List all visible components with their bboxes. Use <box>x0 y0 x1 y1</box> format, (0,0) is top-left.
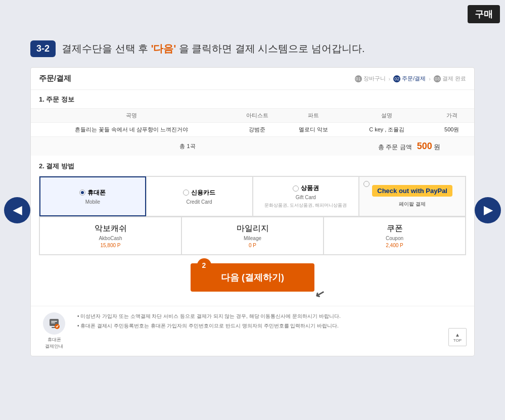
step-description: 결제수단을 선택 후 '다음' 을 클릭하면 결제 시스템으로 넘어갑니다. <box>62 42 365 56</box>
notice-line1: 미성년자 가입자 또는 소액결제 차단 서비스 등으로 결제가 되지 않는 경우… <box>77 312 341 320</box>
payment-credit[interactable]: 신용카드 Credit Card <box>146 176 253 216</box>
gift-sub2: 문화상품권, 도서상품권, 해피머니상품권 <box>264 202 347 209</box>
order-header: 주문/결제 01 장바구니 › 02 주문/결제 › 03 결제 완료 <box>31 68 474 90</box>
step-desc-after: 을 클릭하면 결제 시스템으로 넘어갑니다. <box>176 43 364 54</box>
next-btn-area: 2 다음 (결제하기) ↙ <box>39 255 466 300</box>
radio-credit <box>183 190 189 196</box>
coupon-points: 2,400 P <box>386 243 403 248</box>
payment-akbo[interactable]: 악보캐쉬 AkboCash 15,800 P <box>39 217 181 255</box>
notice-icon-area: 휴대폰결제안내 <box>39 312 69 350</box>
order-info-title: 1. 주문 정보 <box>31 90 474 109</box>
left-arrow-icon: ◀ <box>13 204 22 217</box>
payment-grid-row2: 악보캐쉬 AkboCash 15,800 P 마일리지 Mileage 0 P <box>39 217 466 255</box>
prev-nav-arrow[interactable]: ◀ <box>4 197 30 223</box>
svg-rect-2 <box>51 321 57 322</box>
payment-mobile[interactable]: 휴대폰 Mobile <box>39 176 146 216</box>
order-box: 주문/결제 01 장바구니 › 02 주문/결제 › 03 결제 완료 1. 주… <box>30 67 475 356</box>
col-song: 곡명 <box>31 109 232 123</box>
payment-mileage[interactable]: 마일리지 Mileage 0 P <box>181 217 324 255</box>
total-amount: 총 주문 금액 500 원 <box>344 137 474 156</box>
mileage-points: 0 P <box>249 243 256 248</box>
cell-desc: C key , 조율김 <box>344 123 429 137</box>
payment-grid-row1: 휴대폰 Mobile 신용카드 Credit Card 상품권 <box>39 176 466 217</box>
step-heading: 3-2 결제수단을 선택 후 '다음' 을 클릭하면 결제 시스템으로 넘어갑니… <box>30 40 475 57</box>
payment-coupon[interactable]: 쿠폰 Coupon 2,400 P <box>324 217 466 255</box>
total-price-unit: 원 <box>434 143 440 151</box>
step-desc-before: 결제수단을 선택 후 <box>62 43 151 54</box>
gift-label: 상품권 <box>301 184 319 193</box>
notice-icon-label: 휴대폰결제안내 <box>45 337 63 350</box>
akbo-label: 악보캐쉬 <box>95 224 127 232</box>
total-price-label: 총 주문 금액 <box>378 144 412 151</box>
credit-label: 신용카드 <box>191 189 215 197</box>
breadcrumb-step3: 03 결제 완료 <box>434 75 466 82</box>
next-button-label: 다음 (결제하기) <box>221 272 284 283</box>
credit-sub: Credit Card <box>187 199 212 205</box>
payment-paypal[interactable]: Check out with PayPal 페이팔 결제 <box>359 176 466 216</box>
total-price-value: 500 <box>417 141 432 151</box>
order-table: 곡명 아티스트 파트 설명 가격 흔들리는 꽃들 속에서 네 샴푸향이 느껴진거… <box>31 109 474 156</box>
paypal-label: 페이팔 결제 <box>399 201 426 208</box>
col-part: 파트 <box>282 109 344 123</box>
radio-mobile <box>79 190 85 196</box>
payment-section-title: 2. 결제 방법 <box>39 162 466 171</box>
right-arrow-icon: ▶ <box>484 204 492 217</box>
col-desc: 설명 <box>344 109 429 123</box>
col-artist: 아티스트 <box>232 109 282 123</box>
step-num-indicator: 2 <box>197 258 211 272</box>
payment-section: 2. 결제 방법 휴대폰 Mobile 신용카드 C <box>31 156 474 306</box>
mileage-sub: Mileage <box>244 236 261 241</box>
coupon-label: 쿠폰 <box>387 224 403 232</box>
breadcrumb-step2: 02 주문/결제 <box>393 75 426 82</box>
step-highlight: '다음' <box>151 43 176 54</box>
cell-song: 흔들리는 꽃들 속에서 네 샴푸향이 느껴진거야 <box>31 123 232 137</box>
total-label: 총 1곡 <box>31 137 344 156</box>
cell-part: 멜로디 악보 <box>282 123 344 137</box>
breadcrumb-step1: 01 장바구니 <box>355 75 386 82</box>
svg-rect-3 <box>51 322 55 323</box>
notice-line2: 휴대폰 결제시 주민등록번호는 휴대폰 가입자의 주민번호이므로 반드시 명의자… <box>77 322 341 330</box>
gift-sub: Gift Card <box>296 195 316 200</box>
next-nav-arrow[interactable]: ▶ <box>475 197 501 223</box>
top-label: TOP <box>453 338 462 343</box>
step-badge: 3-2 <box>30 40 56 57</box>
main-content: 3-2 결제수단을 선택 후 '다음' 을 클릭하면 결제 시스템으로 넘어갑니… <box>30 40 475 356</box>
order-title: 주문/결제 <box>39 74 71 83</box>
akbo-points: 15,800 P <box>100 243 120 248</box>
akbo-sub: AkboCash <box>99 236 122 241</box>
top-arrow-icon: ▲ <box>455 332 460 338</box>
top-purchase-badge: 구매 <box>468 5 500 23</box>
notice-section: 휴대폰결제안내 미성년자 가입자 또는 소액결제 차단 서비스 등으로 결제가 … <box>31 306 474 356</box>
mobile-sub: Mobile <box>85 199 100 205</box>
breadcrumb: 01 장바구니 › 02 주문/결제 › 03 결제 완료 <box>355 75 466 82</box>
radio-gift <box>293 185 299 192</box>
radio-paypal <box>363 181 370 187</box>
payment-gift[interactable]: 상품권 Gift Card 문화상품권, 도서상품권, 해피머니상품권 <box>253 176 359 216</box>
cell-price: 500원 <box>429 123 474 137</box>
notice-text: 미성년자 가입자 또는 소액결제 차단 서비스 등으로 결제가 되지 않는 경우… <box>77 312 341 332</box>
col-price: 가격 <box>429 109 474 123</box>
cursor-hint: ↙ <box>314 287 326 302</box>
notice-icon <box>43 312 65 335</box>
table-row: 흔들리는 꽃들 속에서 네 샴푸향이 느껴진거야 강범준 멜로디 악보 C ke… <box>31 123 474 137</box>
paypal-button[interactable]: Check out with PayPal <box>372 185 452 197</box>
mileage-label: 마일리지 <box>237 224 269 232</box>
top-button[interactable]: ▲ TOP <box>448 328 467 346</box>
cell-artist: 강범준 <box>232 123 282 137</box>
mobile-label: 휴대폰 <box>87 189 106 197</box>
coupon-sub: Coupon <box>386 236 403 241</box>
